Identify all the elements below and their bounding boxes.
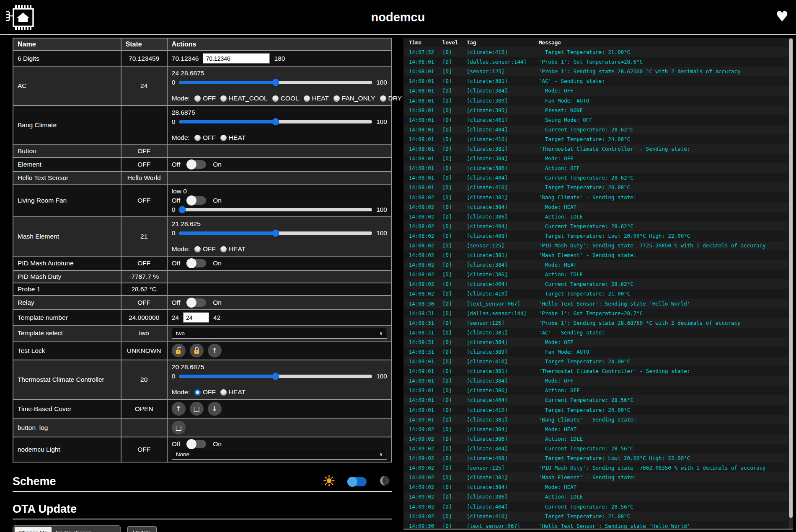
mode-option-off[interactable]: OFF [194,95,216,102]
mode-option-heat_cool[interactable]: HEAT_COOL [220,95,268,102]
log-entry: 14:08:02[D][climate:410] Target Temperat… [403,289,793,298]
log-message: 'PID Mash Duty': Sending state -7662.083… [539,463,793,473]
slider-track[interactable] [179,208,372,211]
choose-file-button[interactable]: Choose file [14,527,52,532]
toggle-track[interactable] [187,440,206,448]
mode-option-off[interactable]: OFF [194,388,216,396]
log-entry: 14:09:01[D][climate:381]'Thermostat Clim… [403,366,793,376]
lock-button[interactable] [190,344,204,357]
stop-button[interactable]: □ [190,402,204,416]
table-row: Bang Climate28.68750100Mode:OFFHEAT [13,105,392,145]
mode-option-cool[interactable]: COOL [272,95,299,102]
slider-thumb[interactable] [272,373,279,380]
slider[interactable] [179,229,372,237]
mode-option-dry[interactable]: DRY [380,95,402,102]
table-row: nodemcu LightOFFOffOnNone∨ [13,437,392,462]
slider-track[interactable] [179,375,372,378]
log-scrollbar-thumb[interactable] [789,39,793,518]
log-time: 14:08:31 [409,308,442,318]
mode-option-heat[interactable]: HEAT [304,95,329,102]
toggle-knob[interactable] [186,298,196,308]
slider-thumb[interactable] [179,206,186,213]
log-entry: 14:09:01[D][climate:410] Target Temperat… [403,405,793,415]
radio-button[interactable] [194,246,201,252]
mode-option-off[interactable]: OFF [194,134,216,141]
radio-button[interactable] [380,95,386,102]
slider-thumb[interactable] [272,230,279,237]
radio-button[interactable] [220,135,227,141]
entity-state: -7787.7 % [121,270,167,283]
radio-button[interactable] [220,246,227,252]
slider[interactable] [179,206,372,213]
radio-button[interactable] [272,95,279,102]
arrow-up-button[interactable]: ↑ [208,344,222,357]
radio-button[interactable] [333,95,340,102]
mode-option-heat[interactable]: HEAT [220,134,246,141]
log-level: [D] [442,125,467,134]
select-input[interactable]: two∨ [172,328,387,339]
radio-button[interactable] [304,95,310,102]
select-input[interactable]: None∨ [172,449,387,460]
table-row: ElementOFFOffOn [13,157,392,172]
table-row: ButtonOFF [13,145,392,157]
log-tag: [climate:384] [467,260,539,270]
toggle-knob[interactable] [186,258,196,268]
radio-button[interactable] [194,95,201,102]
slider[interactable] [179,118,372,126]
dark-scheme-moon-icon[interactable] [379,475,390,488]
firmware-file-input[interactable]: Choose file No file chosen [13,525,121,532]
log-level: [D] [442,289,467,298]
table-row: PID Mash AutotuneOFFOffOn [13,256,392,270]
log-message: 'Mash Element' - Sending state: [539,250,793,260]
log-scrollbar[interactable] [789,38,793,529]
toggle-switch[interactable]: OffOn [172,259,222,267]
slider[interactable] [179,373,372,380]
mode-option-heat[interactable]: HEAT [220,388,246,396]
radio-button[interactable] [220,95,227,102]
toggle-switch[interactable]: OffOn [172,440,222,448]
radio-label: OFF [203,388,216,396]
mode-option-heat[interactable]: HEAT [220,245,246,253]
scheme-toggle[interactable] [347,477,367,486]
mode-option-fan_only[interactable]: FAN_ONLY [333,95,375,102]
stop-button[interactable]: □ [172,421,186,434]
update-button[interactable]: Update [127,526,157,532]
toggle-switch[interactable]: OffOn [172,196,222,205]
log-panel[interactable]: Time level Tag Message 14:07:32[D][clima… [403,38,793,529]
log-tag: [dallas.sensor:144] [467,308,539,318]
log-tag: [climate:389] [467,96,539,105]
log-entry: 14:08:01[D][climate:384] Mode: OFF [403,154,793,163]
slider-track[interactable] [179,81,372,84]
arrow-down-button[interactable]: ↓ [208,402,222,416]
log-time: 14:08:02 [409,260,442,270]
toggle-track[interactable] [187,196,206,205]
slider-thumb[interactable] [272,79,279,86]
log-message: Action: IDLE [539,270,793,279]
mode-option-off[interactable]: OFF [194,245,216,253]
unlock-button[interactable] [172,344,186,357]
log-tag: [climate:386] [467,434,539,444]
entity-name: Template number [13,310,121,325]
toggle-switch[interactable]: OffOn [172,160,222,169]
number-input[interactable] [203,53,270,64]
toggle-track[interactable] [187,298,206,307]
log-level: [D] [442,57,467,67]
arrow-up-button[interactable]: ↑ [172,402,186,416]
toggle-track[interactable] [187,160,206,169]
light-scheme-sun-icon[interactable] [323,475,335,488]
slider[interactable] [179,79,372,86]
table-row: Time-Based CoverOPEN↑□↓ [13,399,392,418]
toggle-track[interactable] [187,259,206,267]
toggle-knob[interactable] [186,159,196,170]
radio-button[interactable] [194,389,201,396]
slider-track[interactable] [179,231,372,235]
number-input[interactable] [183,312,209,323]
slider-thumb[interactable] [272,118,279,126]
toggle-knob[interactable] [186,439,196,449]
radio-button[interactable] [220,389,227,396]
toggle-switch[interactable]: OffOn [172,298,222,307]
log-entry: 14:08:01[D][climate:410] Target Temperat… [403,182,793,192]
radio-button[interactable] [194,135,201,141]
toggle-knob[interactable] [186,195,196,206]
slider-track[interactable] [179,120,372,123]
